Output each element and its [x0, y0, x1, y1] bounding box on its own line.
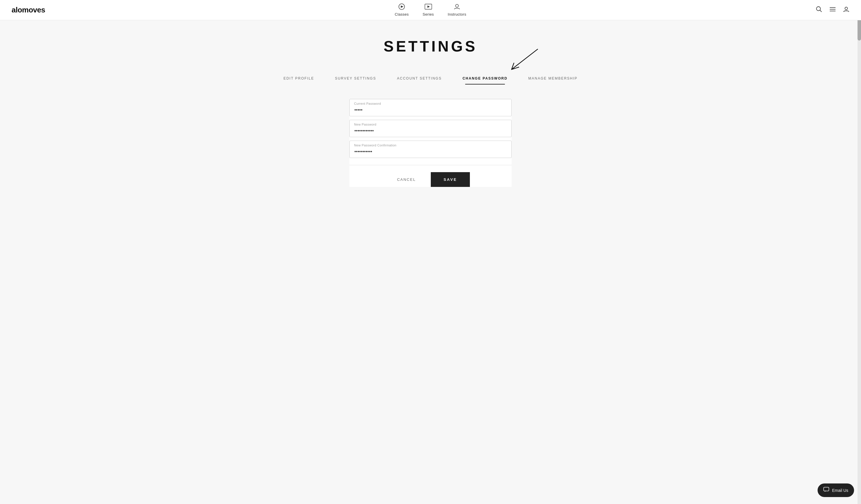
tab-survey-settings[interactable]: SURVEY SETTINGS — [325, 72, 386, 84]
chat-label: Email Us — [832, 488, 848, 493]
instructors-label: Instructors — [448, 12, 466, 16]
tab-change-password[interactable]: CHANGE PASSWORD — [452, 72, 518, 84]
classes-label: Classes — [395, 12, 409, 16]
new-password-wrapper: New Password — [350, 120, 511, 137]
tab-edit-profile[interactable]: EDIT PROFILE — [273, 72, 325, 84]
current-password-wrapper: Current Password — [350, 99, 511, 116]
nav-item-instructors[interactable]: Instructors — [448, 3, 466, 16]
header: alomoves Classes Series — [0, 0, 861, 20]
chat-icon — [823, 487, 829, 493]
svg-point-4 — [455, 4, 458, 7]
profile-icon[interactable] — [843, 6, 849, 14]
svg-line-6 — [820, 10, 822, 12]
tab-account-settings[interactable]: ACCOUNT SETTINGS — [386, 72, 452, 84]
page-title: SETTINGS — [6, 38, 855, 55]
svg-point-5 — [817, 6, 820, 11]
menu-icon[interactable] — [829, 6, 836, 14]
form-divider — [350, 165, 511, 165]
new-password-confirm-wrapper: New Password Confirmation — [350, 141, 511, 158]
nav-item-series[interactable]: Series — [423, 3, 434, 16]
logo[interactable]: alomoves — [12, 5, 45, 14]
classes-icon — [398, 3, 405, 11]
svg-rect-11 — [824, 487, 829, 491]
search-icon[interactable] — [816, 6, 822, 14]
header-actions — [816, 6, 849, 14]
settings-tabs: EDIT PROFILE SURVEY SETTINGS ACCOUNT SET… — [6, 72, 855, 84]
nav-item-classes[interactable]: Classes — [395, 3, 409, 16]
scrollbar[interactable] — [858, 0, 861, 504]
save-button[interactable]: SAVE — [431, 172, 469, 187]
series-icon — [424, 3, 432, 11]
chat-widget[interactable]: Email Us — [818, 484, 854, 497]
current-password-input[interactable] — [350, 99, 511, 116]
svg-marker-3 — [427, 5, 429, 8]
change-password-form: Current Password New Password New Passwo… — [350, 99, 511, 187]
tab-manage-membership[interactable]: MANAGE MEMBERSHIP — [518, 72, 588, 84]
main-nav: Classes Series Instructors — [395, 3, 466, 16]
series-label: Series — [423, 12, 434, 16]
instructors-icon — [453, 3, 460, 11]
svg-point-10 — [845, 7, 848, 10]
cancel-button[interactable]: CANCEL — [391, 173, 422, 186]
logo-text-bold: moves — [22, 5, 45, 14]
new-password-confirm-input[interactable] — [350, 141, 511, 158]
main-content: SETTINGS EDIT PROFILE SURVEY SETTINGS AC… — [0, 20, 861, 210]
logo-text-light: alo — [12, 5, 22, 14]
form-actions: CANCEL SAVE — [350, 172, 511, 187]
svg-marker-1 — [401, 5, 404, 8]
new-password-input[interactable] — [350, 120, 511, 137]
